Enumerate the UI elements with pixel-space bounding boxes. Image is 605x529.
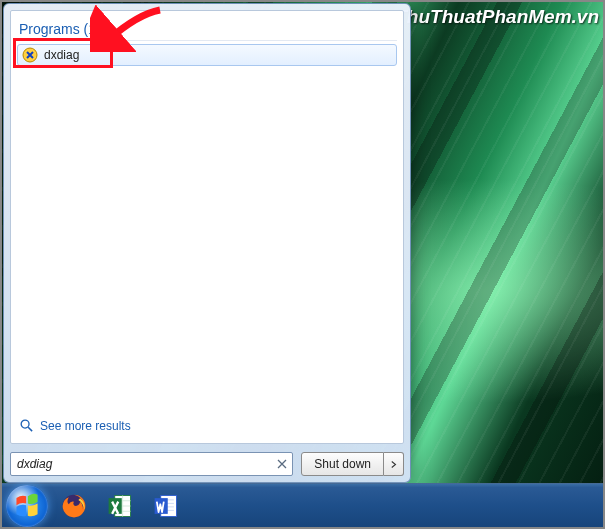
start-menu: Programs (1) dxdiag See more results (3, 3, 411, 483)
shutdown-button[interactable]: Shut down (301, 452, 384, 476)
clear-search-icon[interactable] (275, 457, 289, 471)
start-menu-bottom-row: Shut down (10, 452, 404, 476)
dxdiag-icon (22, 47, 38, 63)
see-more-results-link[interactable]: See more results (17, 414, 397, 435)
search-icon (19, 418, 34, 433)
taskbar-excel[interactable] (100, 488, 140, 524)
section-header-programs: Programs (1) (17, 17, 397, 41)
windows-logo-icon (14, 493, 40, 519)
search-results-pane: Programs (1) dxdiag See more results (10, 10, 404, 444)
result-dxdiag[interactable]: dxdiag (17, 44, 397, 66)
see-more-results-label: See more results (40, 419, 131, 433)
shutdown-split-button: Shut down (301, 452, 404, 476)
excel-icon (106, 492, 134, 520)
taskbar (2, 483, 603, 527)
start-button[interactable] (6, 485, 48, 527)
taskbar-word[interactable] (146, 488, 186, 524)
shutdown-more-button[interactable] (384, 452, 404, 476)
watermark-text: ThuThuatPhanMem.vn (395, 6, 599, 28)
word-icon (152, 492, 180, 520)
chevron-right-icon (391, 460, 397, 469)
svg-line-2 (28, 427, 32, 431)
search-input[interactable] (10, 452, 293, 476)
firefox-icon (60, 492, 88, 520)
result-label: dxdiag (44, 48, 79, 62)
shutdown-label: Shut down (314, 457, 371, 471)
search-box (10, 452, 293, 476)
svg-point-1 (21, 420, 29, 428)
taskbar-firefox[interactable] (54, 488, 94, 524)
